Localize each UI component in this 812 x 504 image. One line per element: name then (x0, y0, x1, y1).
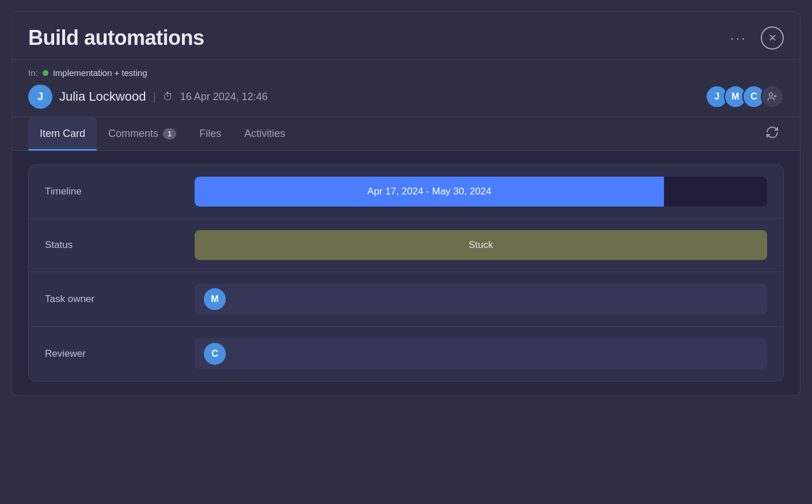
content-area: Timeline Apr 17, 2024 - May 30, 2024 Sta… (12, 151, 800, 395)
more-options-button[interactable]: ··· (726, 28, 752, 48)
reviewer-bar[interactable]: C (195, 338, 767, 369)
refresh-button[interactable] (761, 121, 784, 147)
close-button[interactable]: ✕ (761, 26, 784, 49)
tab-item-card[interactable]: Item Card (28, 117, 97, 151)
tab-files[interactable]: Files (188, 117, 233, 151)
task-owner-row: Task owner M (29, 272, 783, 327)
comments-badge: 1 (163, 128, 176, 139)
tabs-bar: Item Card Comments 1 Files Activities (12, 117, 800, 151)
timeline-dark-portion (664, 177, 767, 207)
task-owner-avatar: M (204, 288, 226, 310)
meta-row: J Julia Lockwood | ⏱ 16 Apr 2024, 12:46 … (28, 85, 784, 109)
task-owner-label: Task owner (45, 293, 195, 305)
tab-comments[interactable]: Comments 1 (97, 117, 188, 151)
user-avatar: J (28, 85, 52, 109)
in-label: In: (28, 68, 38, 78)
tab-comments-label: Comments (108, 128, 158, 140)
timeline-text: Apr 17, 2024 - May 30, 2024 (367, 186, 491, 197)
timestamp: 16 Apr 2024, 12:46 (180, 91, 268, 103)
status-text: Stuck (469, 239, 494, 251)
reviewer-value[interactable]: C (195, 338, 767, 369)
timeline-value[interactable]: Apr 17, 2024 - May 30, 2024 (195, 177, 767, 207)
status-dot (43, 70, 48, 76)
reviewer-label: Reviewer (45, 348, 195, 360)
timeline-row: Timeline Apr 17, 2024 - May 30, 2024 (29, 165, 783, 219)
svg-point-0 (769, 93, 773, 96)
task-owner-value[interactable]: M (195, 284, 767, 315)
timeline-fill: Apr 17, 2024 - May 30, 2024 (195, 177, 664, 207)
reviewer-row: Reviewer C (29, 327, 783, 381)
clock-icon: ⏱ (163, 91, 173, 103)
tab-item-card-label: Item Card (40, 128, 85, 140)
sub-header: In: Implementation + testing J Julia Loc… (12, 60, 800, 117)
timeline-label: Timeline (45, 186, 195, 197)
user-name: Julia Lockwood (59, 89, 146, 104)
location-row: In: Implementation + testing (28, 68, 784, 78)
location-name: Implementation + testing (53, 68, 147, 78)
meta-left: J Julia Lockwood | ⏱ 16 Apr 2024, 12:46 (28, 85, 268, 109)
members-list: J M C (705, 85, 784, 108)
item-card-container: Timeline Apr 17, 2024 - May 30, 2024 Sta… (28, 165, 784, 381)
panel-header: Build automations ··· ✕ (12, 12, 800, 60)
reviewer-avatar: C (204, 343, 226, 365)
tabs-left: Item Card Comments 1 Files Activities (28, 117, 297, 150)
add-member-button[interactable] (761, 85, 784, 108)
detail-panel: Build automations ··· ✕ In: Implementati… (12, 12, 800, 396)
status-label: Status (45, 239, 195, 251)
status-bar[interactable]: Stuck (195, 230, 767, 260)
panel-title: Build automations (28, 26, 204, 50)
tab-files-label: Files (199, 128, 221, 140)
header-actions: ··· ✕ (726, 26, 784, 49)
status-row: Status Stuck (29, 219, 783, 272)
tab-activities[interactable]: Activities (233, 117, 297, 151)
timeline-bar[interactable]: Apr 17, 2024 - May 30, 2024 (195, 177, 767, 207)
owner-bar[interactable]: M (195, 284, 767, 315)
status-value[interactable]: Stuck (195, 230, 767, 260)
pipe-divider: | (153, 90, 155, 104)
tab-activities-label: Activities (244, 128, 285, 140)
